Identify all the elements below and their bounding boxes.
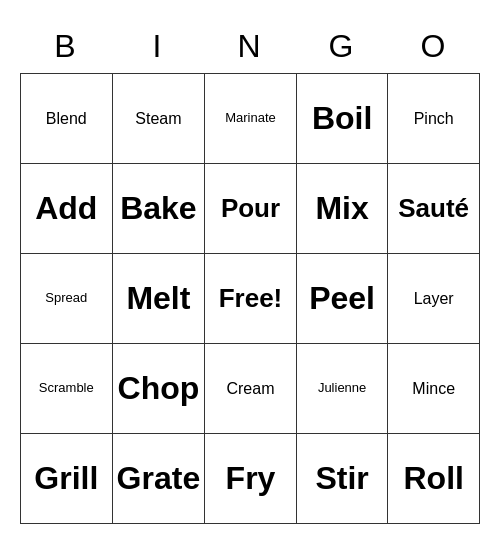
cell-text: Julienne <box>318 381 366 395</box>
bingo-card: BINGO BlendSteamMarinateBoilPinchAddBake… <box>20 20 480 524</box>
bingo-cell: Stir <box>297 434 389 524</box>
cell-text: Fry <box>226 461 276 496</box>
bingo-header: BINGO <box>20 20 480 73</box>
cell-text: Grate <box>117 461 201 496</box>
bingo-cell: Fry <box>205 434 297 524</box>
cell-text: Bake <box>120 191 197 226</box>
cell-text: Roll <box>403 461 463 496</box>
cell-text: Blend <box>46 110 87 128</box>
cell-text: Steam <box>135 110 181 128</box>
cell-text: Spread <box>45 291 87 305</box>
cell-text: Pour <box>221 194 280 223</box>
cell-text: Sauté <box>398 194 469 223</box>
bingo-cell: Mince <box>388 344 480 434</box>
bingo-cell: Free! <box>205 254 297 344</box>
cell-text: Scramble <box>39 381 94 395</box>
cell-text: Stir <box>315 461 368 496</box>
bingo-cell: Grate <box>113 434 206 524</box>
bingo-cell: Sauté <box>388 164 480 254</box>
bingo-cell: Bake <box>113 164 206 254</box>
cell-text: Mix <box>315 191 368 226</box>
bingo-cell: Marinate <box>205 74 297 164</box>
cell-text: Melt <box>126 281 190 316</box>
header-letter: B <box>20 20 112 73</box>
bingo-cell: Grill <box>21 434 113 524</box>
bingo-cell: Layer <box>388 254 480 344</box>
cell-text: Grill <box>34 461 98 496</box>
header-letter: O <box>388 20 480 73</box>
cell-text: Pinch <box>414 110 454 128</box>
bingo-cell: Mix <box>297 164 389 254</box>
cell-text: Free! <box>219 284 283 313</box>
bingo-cell: Boil <box>297 74 389 164</box>
cell-text: Mince <box>412 380 455 398</box>
bingo-grid: BlendSteamMarinateBoilPinchAddBakePourMi… <box>20 73 480 524</box>
bingo-cell: Steam <box>113 74 206 164</box>
bingo-cell: Julienne <box>297 344 389 434</box>
cell-text: Layer <box>414 290 454 308</box>
bingo-cell: Pinch <box>388 74 480 164</box>
bingo-cell: Pour <box>205 164 297 254</box>
header-letter: G <box>296 20 388 73</box>
bingo-cell: Chop <box>113 344 206 434</box>
bingo-cell: Cream <box>205 344 297 434</box>
cell-text: Add <box>35 191 97 226</box>
bingo-cell: Roll <box>388 434 480 524</box>
cell-text: Marinate <box>225 111 276 125</box>
cell-text: Peel <box>309 281 375 316</box>
bingo-cell: Add <box>21 164 113 254</box>
cell-text: Chop <box>118 371 200 406</box>
bingo-cell: Scramble <box>21 344 113 434</box>
cell-text: Cream <box>226 380 274 398</box>
bingo-cell: Melt <box>113 254 206 344</box>
bingo-cell: Blend <box>21 74 113 164</box>
bingo-cell: Peel <box>297 254 389 344</box>
bingo-cell: Spread <box>21 254 113 344</box>
header-letter: N <box>204 20 296 73</box>
header-letter: I <box>112 20 204 73</box>
cell-text: Boil <box>312 101 372 136</box>
